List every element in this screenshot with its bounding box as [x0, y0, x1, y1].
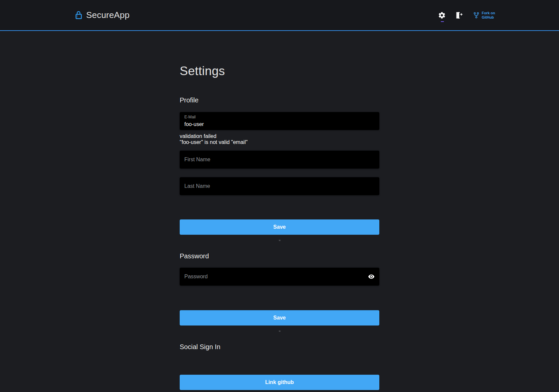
- social-sign-in-heading: Social Sign In: [180, 343, 379, 351]
- fork-link-label: Fork on GitHub: [482, 11, 495, 20]
- email-input[interactable]: [180, 112, 379, 130]
- email-validation-error: validation failed "foo-user" is not vali…: [180, 133, 379, 145]
- settings-page: Settings Profile E-Mail validation faile…: [180, 31, 379, 390]
- page-title: Settings: [180, 64, 379, 77]
- gear-icon: [438, 11, 446, 19]
- validation-line-2: "foo-user" is not valid "email": [180, 139, 379, 145]
- password-input[interactable]: [180, 268, 379, 286]
- lock-icon: [75, 11, 83, 20]
- theme-indicator: [441, 21, 444, 22]
- show-password-button[interactable]: [367, 273, 375, 281]
- app-name: SecureApp: [86, 10, 129, 20]
- save-password-button[interactable]: Save: [180, 310, 379, 326]
- profile-section-heading: Profile: [180, 96, 379, 104]
- header-actions: Fork on GitHub: [437, 10, 495, 21]
- password-field: [180, 268, 379, 286]
- eye-icon: [368, 273, 375, 280]
- settings-gear-button[interactable]: [437, 10, 447, 21]
- app-header: SecureApp: [0, 0, 559, 31]
- last-name-field: [180, 177, 379, 195]
- password-section-heading: Password: [180, 252, 379, 260]
- git-fork-icon: [473, 11, 479, 19]
- first-name-input[interactable]: [180, 151, 379, 169]
- fork-on-github-link[interactable]: Fork on GitHub: [473, 11, 495, 20]
- logout-door-icon: [455, 11, 463, 19]
- last-name-input[interactable]: [180, 177, 379, 195]
- first-name-field: [180, 151, 379, 169]
- email-field: E-Mail: [180, 112, 379, 130]
- save-profile-button[interactable]: Save: [180, 219, 379, 235]
- validation-line-1: validation failed: [180, 133, 379, 139]
- link-github-button[interactable]: Link github: [180, 375, 379, 390]
- profile-save-indicator-dot: [279, 240, 280, 241]
- password-save-indicator-dot: [279, 330, 280, 332]
- logout-button[interactable]: [454, 10, 465, 21]
- app-logo[interactable]: SecureApp: [75, 10, 129, 20]
